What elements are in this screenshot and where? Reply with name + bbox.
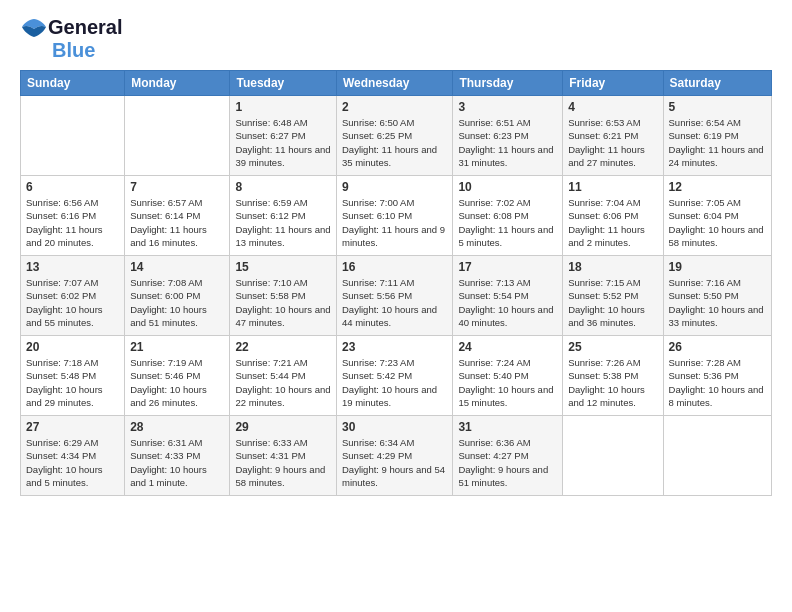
day-number: 3 — [458, 100, 557, 114]
day-info: Sunrise: 7:18 AM Sunset: 5:48 PM Dayligh… — [26, 356, 119, 409]
day-number: 14 — [130, 260, 224, 274]
week-row-3: 13Sunrise: 7:07 AM Sunset: 6:02 PM Dayli… — [21, 256, 772, 336]
day-number: 19 — [669, 260, 766, 274]
calendar-table: SundayMondayTuesdayWednesdayThursdayFrid… — [20, 70, 772, 496]
day-cell: 16Sunrise: 7:11 AM Sunset: 5:56 PM Dayli… — [336, 256, 452, 336]
day-info: Sunrise: 7:13 AM Sunset: 5:54 PM Dayligh… — [458, 276, 557, 329]
day-number: 25 — [568, 340, 657, 354]
day-info: Sunrise: 7:21 AM Sunset: 5:44 PM Dayligh… — [235, 356, 331, 409]
day-number: 22 — [235, 340, 331, 354]
day-info: Sunrise: 7:10 AM Sunset: 5:58 PM Dayligh… — [235, 276, 331, 329]
day-info: Sunrise: 7:26 AM Sunset: 5:38 PM Dayligh… — [568, 356, 657, 409]
day-cell — [125, 96, 230, 176]
day-cell: 9Sunrise: 7:00 AM Sunset: 6:10 PM Daylig… — [336, 176, 452, 256]
week-row-5: 27Sunrise: 6:29 AM Sunset: 4:34 PM Dayli… — [21, 416, 772, 496]
day-info: Sunrise: 6:50 AM Sunset: 6:25 PM Dayligh… — [342, 116, 447, 169]
day-cell: 6Sunrise: 6:56 AM Sunset: 6:16 PM Daylig… — [21, 176, 125, 256]
day-cell: 25Sunrise: 7:26 AM Sunset: 5:38 PM Dayli… — [563, 336, 663, 416]
day-cell: 7Sunrise: 6:57 AM Sunset: 6:14 PM Daylig… — [125, 176, 230, 256]
day-info: Sunrise: 7:28 AM Sunset: 5:36 PM Dayligh… — [669, 356, 766, 409]
day-number: 15 — [235, 260, 331, 274]
day-info: Sunrise: 7:19 AM Sunset: 5:46 PM Dayligh… — [130, 356, 224, 409]
day-number: 13 — [26, 260, 119, 274]
day-info: Sunrise: 6:53 AM Sunset: 6:21 PM Dayligh… — [568, 116, 657, 169]
day-info: Sunrise: 7:04 AM Sunset: 6:06 PM Dayligh… — [568, 196, 657, 249]
week-row-4: 20Sunrise: 7:18 AM Sunset: 5:48 PM Dayli… — [21, 336, 772, 416]
day-cell — [21, 96, 125, 176]
header: GeneralBlue — [20, 16, 772, 62]
day-number: 30 — [342, 420, 447, 434]
day-info: Sunrise: 7:16 AM Sunset: 5:50 PM Dayligh… — [669, 276, 766, 329]
logo-bird-icon — [20, 17, 48, 39]
day-info: Sunrise: 7:08 AM Sunset: 6:00 PM Dayligh… — [130, 276, 224, 329]
day-cell: 23Sunrise: 7:23 AM Sunset: 5:42 PM Dayli… — [336, 336, 452, 416]
day-info: Sunrise: 7:02 AM Sunset: 6:08 PM Dayligh… — [458, 196, 557, 249]
header-cell-sunday: Sunday — [21, 71, 125, 96]
day-info: Sunrise: 6:31 AM Sunset: 4:33 PM Dayligh… — [130, 436, 224, 489]
day-number: 28 — [130, 420, 224, 434]
day-cell: 29Sunrise: 6:33 AM Sunset: 4:31 PM Dayli… — [230, 416, 337, 496]
day-info: Sunrise: 6:34 AM Sunset: 4:29 PM Dayligh… — [342, 436, 447, 489]
day-cell: 10Sunrise: 7:02 AM Sunset: 6:08 PM Dayli… — [453, 176, 563, 256]
day-cell: 20Sunrise: 7:18 AM Sunset: 5:48 PM Dayli… — [21, 336, 125, 416]
day-cell — [663, 416, 771, 496]
header-row: SundayMondayTuesdayWednesdayThursdayFrid… — [21, 71, 772, 96]
day-info: Sunrise: 7:23 AM Sunset: 5:42 PM Dayligh… — [342, 356, 447, 409]
day-cell — [563, 416, 663, 496]
day-number: 12 — [669, 180, 766, 194]
header-cell-monday: Monday — [125, 71, 230, 96]
day-cell: 28Sunrise: 6:31 AM Sunset: 4:33 PM Dayli… — [125, 416, 230, 496]
day-number: 27 — [26, 420, 119, 434]
day-cell: 31Sunrise: 6:36 AM Sunset: 4:27 PM Dayli… — [453, 416, 563, 496]
day-number: 2 — [342, 100, 447, 114]
day-cell: 4Sunrise: 6:53 AM Sunset: 6:21 PM Daylig… — [563, 96, 663, 176]
header-cell-saturday: Saturday — [663, 71, 771, 96]
day-cell: 17Sunrise: 7:13 AM Sunset: 5:54 PM Dayli… — [453, 256, 563, 336]
day-number: 10 — [458, 180, 557, 194]
day-number: 21 — [130, 340, 224, 354]
day-info: Sunrise: 6:51 AM Sunset: 6:23 PM Dayligh… — [458, 116, 557, 169]
day-info: Sunrise: 6:54 AM Sunset: 6:19 PM Dayligh… — [669, 116, 766, 169]
day-info: Sunrise: 6:59 AM Sunset: 6:12 PM Dayligh… — [235, 196, 331, 249]
header-cell-wednesday: Wednesday — [336, 71, 452, 96]
day-info: Sunrise: 7:00 AM Sunset: 6:10 PM Dayligh… — [342, 196, 447, 249]
day-number: 7 — [130, 180, 224, 194]
day-number: 5 — [669, 100, 766, 114]
week-row-1: 1Sunrise: 6:48 AM Sunset: 6:27 PM Daylig… — [21, 96, 772, 176]
day-number: 24 — [458, 340, 557, 354]
logo-line1: General — [20, 16, 122, 39]
day-number: 8 — [235, 180, 331, 194]
day-info: Sunrise: 7:24 AM Sunset: 5:40 PM Dayligh… — [458, 356, 557, 409]
day-number: 16 — [342, 260, 447, 274]
day-cell: 1Sunrise: 6:48 AM Sunset: 6:27 PM Daylig… — [230, 96, 337, 176]
day-number: 9 — [342, 180, 447, 194]
day-cell: 11Sunrise: 7:04 AM Sunset: 6:06 PM Dayli… — [563, 176, 663, 256]
day-number: 20 — [26, 340, 119, 354]
day-cell: 13Sunrise: 7:07 AM Sunset: 6:02 PM Dayli… — [21, 256, 125, 336]
logo-blue-text: Blue — [52, 39, 95, 62]
day-info: Sunrise: 6:48 AM Sunset: 6:27 PM Dayligh… — [235, 116, 331, 169]
week-row-2: 6Sunrise: 6:56 AM Sunset: 6:16 PM Daylig… — [21, 176, 772, 256]
day-cell: 3Sunrise: 6:51 AM Sunset: 6:23 PM Daylig… — [453, 96, 563, 176]
day-cell: 22Sunrise: 7:21 AM Sunset: 5:44 PM Dayli… — [230, 336, 337, 416]
day-number: 17 — [458, 260, 557, 274]
day-cell: 26Sunrise: 7:28 AM Sunset: 5:36 PM Dayli… — [663, 336, 771, 416]
day-cell: 15Sunrise: 7:10 AM Sunset: 5:58 PM Dayli… — [230, 256, 337, 336]
day-number: 11 — [568, 180, 657, 194]
header-cell-friday: Friday — [563, 71, 663, 96]
day-cell: 27Sunrise: 6:29 AM Sunset: 4:34 PM Dayli… — [21, 416, 125, 496]
day-number: 1 — [235, 100, 331, 114]
day-info: Sunrise: 7:05 AM Sunset: 6:04 PM Dayligh… — [669, 196, 766, 249]
day-number: 18 — [568, 260, 657, 274]
logo-general-text: General — [48, 16, 122, 39]
day-info: Sunrise: 7:15 AM Sunset: 5:52 PM Dayligh… — [568, 276, 657, 329]
day-number: 26 — [669, 340, 766, 354]
day-cell: 2Sunrise: 6:50 AM Sunset: 6:25 PM Daylig… — [336, 96, 452, 176]
logo: GeneralBlue — [20, 16, 122, 62]
day-cell: 12Sunrise: 7:05 AM Sunset: 6:04 PM Dayli… — [663, 176, 771, 256]
day-cell: 18Sunrise: 7:15 AM Sunset: 5:52 PM Dayli… — [563, 256, 663, 336]
day-number: 23 — [342, 340, 447, 354]
day-info: Sunrise: 6:29 AM Sunset: 4:34 PM Dayligh… — [26, 436, 119, 489]
day-cell: 14Sunrise: 7:08 AM Sunset: 6:00 PM Dayli… — [125, 256, 230, 336]
header-cell-tuesday: Tuesday — [230, 71, 337, 96]
